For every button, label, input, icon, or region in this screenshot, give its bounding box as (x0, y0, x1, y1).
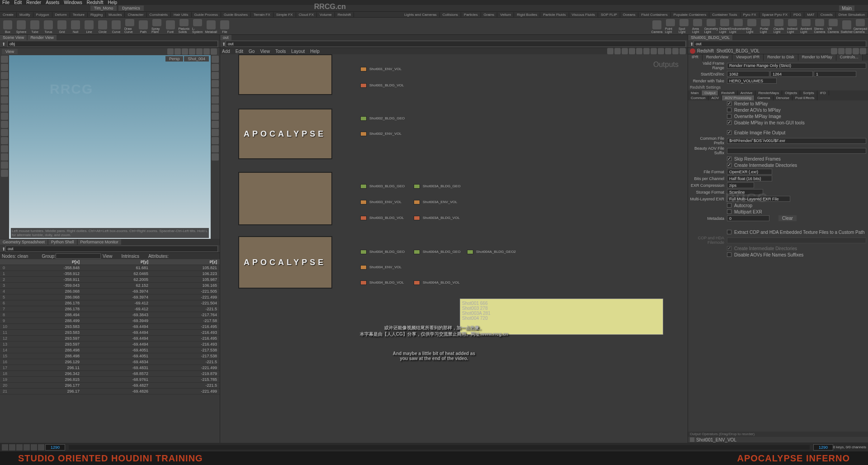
shelf-tool[interactable]: L-System (192, 19, 203, 33)
rop-node[interactable] (360, 200, 367, 204)
vp-tool-icon[interactable] (196, 48, 203, 55)
tab-renderview[interactable]: RenderView (703, 54, 732, 61)
check-multipart[interactable] (727, 209, 731, 214)
shelf-tool[interactable]: Curve (111, 19, 122, 33)
shelf-set[interactable]: Guide Brushes (221, 12, 251, 17)
checkbox[interactable] (727, 120, 731, 125)
check-extract-cop[interactable] (727, 230, 731, 234)
shelf-tool[interactable]: Circle (97, 19, 108, 33)
tab-render-view[interactable]: Render View (28, 35, 56, 40)
rop-node[interactable] (360, 132, 367, 136)
last-frame-button[interactable] (38, 444, 44, 451)
shelf-tool[interactable]: Spot Light (679, 19, 689, 33)
shelf-set[interactable]: PDG (791, 12, 804, 17)
checkbox[interactable] (727, 101, 731, 106)
table-row[interactable]: 15288.498-69.4051-217.538 (0, 353, 220, 359)
shelf-tool[interactable]: Platonic Solids (179, 19, 189, 33)
shelf-tool[interactable]: Environment Light (733, 19, 744, 33)
table-row[interactable]: 20296.177-69.4827-221.5 (0, 383, 220, 389)
parm-hdr-icon[interactable] (860, 48, 866, 54)
shelf-tool[interactable]: Line (84, 19, 94, 33)
tab-vp-ipr[interactable]: Viewport IPR (732, 54, 764, 61)
parm-subtab[interactable]: IFD (817, 90, 829, 95)
tab-spreadsheet[interactable]: Geometry Spreadsheet (0, 239, 47, 245)
metadata-input[interactable] (727, 215, 769, 221)
shelf-set[interactable]: Deform (52, 12, 70, 17)
rop-node[interactable] (360, 216, 367, 220)
first-frame-button[interactable] (2, 444, 8, 451)
tool-icon[interactable] (1, 121, 8, 128)
net-menu-go[interactable]: Go (249, 49, 255, 54)
vp-tool-icon[interactable] (167, 48, 174, 55)
display-icon[interactable] (212, 64, 219, 71)
tab-render-mplay[interactable]: Render to MPlay (798, 54, 836, 61)
tool-icon[interactable] (1, 56, 8, 63)
parm-subtab[interactable]: Scripts (800, 90, 817, 95)
tab-controls[interactable]: Controls... (836, 54, 863, 61)
parm-subtab[interactable]: Objects (782, 90, 800, 95)
rop-node[interactable] (360, 280, 367, 285)
tool-icon[interactable] (1, 104, 8, 112)
shelf-set[interactable]: Polygon (33, 12, 52, 17)
rop-node[interactable] (360, 250, 367, 254)
menu-assets[interactable]: Assets (46, 0, 59, 5)
rop-node[interactable] (360, 83, 367, 88)
table-row[interactable]: 1-358.91262.0465106.223 (0, 271, 220, 277)
table-row[interactable]: 6286.178-69.412-221.504 (0, 300, 220, 306)
shelf-set[interactable]: Redshift (335, 12, 354, 17)
table-row[interactable]: 14288.498-69.4051-217.538 (0, 347, 220, 353)
vp-tool-icon[interactable] (182, 48, 188, 55)
table-row[interactable]: 12293.597-69.4494-216.495 (0, 336, 220, 342)
parm-subtab[interactable]: Post Effects (793, 95, 818, 100)
tool-icon[interactable] (1, 113, 8, 120)
shelf-tool[interactable]: File (219, 19, 230, 33)
stop-button[interactable] (16, 444, 23, 451)
3d-viewport[interactable]: Persp Shot_004 Left mouse tumbles. Middl… (9, 55, 211, 239)
shelf-set[interactable]: Viscous Fluids (569, 12, 598, 17)
rop-node[interactable] (467, 250, 473, 254)
net-toolbar-icon[interactable] (658, 48, 664, 54)
rop-node[interactable] (360, 116, 367, 121)
net-toolbar-icon[interactable] (651, 48, 657, 54)
parm-path-input[interactable] (693, 41, 866, 47)
menu-edit[interactable]: Edit (14, 0, 22, 5)
display-icon[interactable] (212, 88, 219, 95)
shelf-set[interactable]: SOP FLIP (598, 12, 620, 17)
display-icon[interactable] (212, 104, 219, 112)
scene-path-input[interactable] (7, 41, 218, 47)
shelf-set[interactable]: Crowds (818, 12, 836, 17)
file-format-input[interactable] (727, 169, 772, 175)
shelf-set[interactable]: Lights and Cameras (401, 12, 440, 17)
shelf-set[interactable]: Sparse Pyro FX (760, 12, 791, 17)
shelf-tool[interactable]: Metaball (206, 19, 217, 33)
timeline-track[interactable] (69, 445, 810, 450)
display-icon[interactable] (212, 121, 219, 128)
shelf-tool[interactable]: Point Light (665, 19, 676, 33)
check-enable-output[interactable] (727, 130, 731, 135)
column-header[interactable]: P[y] (82, 259, 151, 265)
shelf-tool[interactable]: Path (138, 19, 149, 33)
shelf-tool[interactable]: VR Camera (828, 19, 839, 33)
geometry-spreadsheet[interactable]: P[x]P[y]P[z]0-358.84861.681105.8211-358.… (0, 259, 220, 443)
rop-node[interactable] (360, 184, 367, 189)
network-path-input[interactable] (226, 41, 686, 47)
frame-end-input[interactable] (813, 444, 833, 451)
shelf-tool[interactable]: Draw Curve (124, 19, 135, 33)
menu-redshift[interactable]: Redshift (87, 0, 104, 5)
table-row[interactable]: 8288.494-69.3843-217.764 (0, 312, 220, 318)
column-header[interactable]: P[z] (151, 259, 220, 265)
shelf-set[interactable]: Volume (317, 12, 335, 17)
shelf-set[interactable]: MAT (804, 12, 817, 17)
shelf-tool[interactable]: Null (70, 19, 81, 33)
display-icon[interactable] (212, 80, 219, 87)
tab-out[interactable]: out (220, 35, 231, 40)
table-row[interactable]: 5286.068-69.3974-221.499 (0, 294, 220, 300)
prev-frame-button[interactable] (9, 444, 15, 451)
net-menu-view[interactable]: View (260, 49, 270, 54)
table-row[interactable]: 3-359.04362.152106.165 (0, 283, 220, 289)
table-row[interactable]: 21296.17-69.4826-221.499 (0, 389, 220, 394)
shelf-tool[interactable]: Distant Light (719, 19, 730, 33)
net-toolbar-icon[interactable] (643, 48, 650, 54)
tool-icon[interactable] (1, 129, 8, 136)
shelf-tool[interactable]: Portal Light (760, 19, 771, 33)
